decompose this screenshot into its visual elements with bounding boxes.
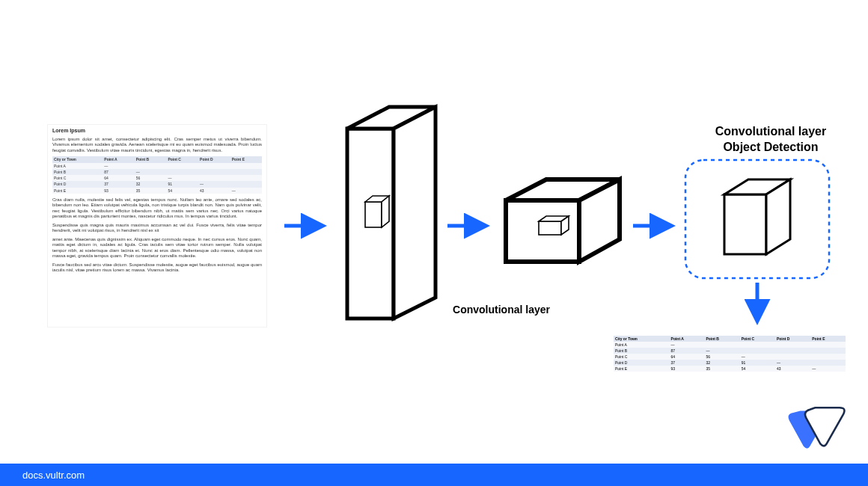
td	[810, 342, 846, 348]
td: Point D	[52, 181, 103, 187]
td	[775, 348, 810, 354]
label-line-2: Object Detection	[723, 141, 818, 153]
td: —	[670, 342, 705, 348]
input-document: Lorem Ipsum Lorem ipsum dolor sit amet, …	[48, 125, 266, 327]
doc-table: City or Town Point A Point B Point C Poi…	[52, 156, 262, 194]
td: —	[103, 163, 134, 169]
td: Point C	[52, 175, 103, 181]
cuboid-large	[347, 107, 435, 319]
th: Point A	[103, 156, 134, 162]
td	[775, 354, 810, 360]
output-table: City or Town Point A Point B Point C Poi…	[614, 336, 846, 372]
th: Point A	[670, 336, 705, 342]
svg-rect-4	[724, 194, 766, 254]
cuboid-small	[724, 179, 790, 254]
td	[810, 348, 846, 354]
doc-table-body: Point A—Point B87—Point C6456—Point D373…	[52, 163, 262, 194]
td: 91	[166, 181, 198, 187]
td: 54	[166, 188, 198, 194]
td	[810, 360, 846, 366]
doc-title: Lorem Ipsum	[52, 128, 262, 135]
doc-para-3: Suspendisse quis magna quis mauris maxim…	[52, 223, 262, 234]
td: —	[704, 348, 739, 354]
td	[740, 348, 775, 354]
td	[198, 169, 230, 175]
svg-rect-2	[506, 200, 579, 262]
detection-container	[685, 160, 829, 278]
td: 37	[103, 181, 134, 187]
svg-rect-3	[539, 221, 561, 235]
td: 43	[775, 366, 810, 372]
td: 43	[198, 188, 230, 194]
td	[704, 342, 739, 348]
th: Point D	[198, 156, 230, 162]
td	[166, 169, 198, 175]
td	[198, 163, 230, 169]
td	[740, 342, 775, 348]
td	[135, 163, 167, 169]
td: 35	[704, 366, 739, 372]
cuboid-medium	[506, 179, 620, 262]
th: Point D	[775, 336, 810, 342]
doc-para-1: Lorem ipsum dolor sit amet, consectetur …	[52, 137, 262, 154]
output-table-body: Point A—Point B87—Point C6456—Point D373…	[614, 342, 846, 372]
th: Point E	[230, 156, 262, 162]
output-table-wrap: City or Town Point A Point B Point C Poi…	[614, 333, 846, 375]
td: 37	[670, 360, 705, 366]
td	[775, 342, 810, 348]
label-line-1: Convolutional layer	[715, 125, 826, 138]
td: —	[740, 354, 775, 360]
td: 54	[740, 366, 775, 372]
td: 64	[670, 354, 705, 360]
svg-rect-0	[347, 129, 394, 319]
td: Point B	[52, 169, 103, 175]
th: City or Town	[614, 336, 670, 342]
td	[198, 175, 230, 181]
td: 91	[740, 360, 775, 366]
td: 35	[135, 188, 167, 194]
td: 93	[670, 366, 705, 372]
td	[230, 163, 262, 169]
th: City or Town	[52, 156, 103, 162]
td: Point A	[614, 342, 670, 348]
td: 64	[103, 175, 134, 181]
th: Point B	[704, 336, 739, 342]
td: 56	[704, 354, 739, 360]
doc-para-4: amet ante. Maecenas quis dignissim ex. A…	[52, 237, 262, 259]
doc-para-5: Fusce faucibus sed arcu vitae dictum. Su…	[52, 262, 262, 274]
td: —	[775, 360, 810, 366]
th: Point C	[166, 156, 198, 162]
td	[166, 163, 198, 169]
td: Point C	[614, 354, 670, 360]
td: Point B	[614, 348, 670, 354]
footer-bar: docs.vultr.com	[0, 464, 868, 486]
td: —	[198, 181, 230, 187]
th: Point C	[740, 336, 775, 342]
td: Point A	[52, 163, 103, 169]
label-object-detection: Convolutional layer Object Detection	[688, 124, 853, 156]
td: —	[230, 188, 262, 194]
vultr-logo-icon	[784, 401, 849, 453]
td: Point D	[614, 360, 670, 366]
td: —	[166, 175, 198, 181]
label-convolutional-layer: Convolutional layer	[419, 304, 584, 316]
svg-rect-1	[365, 202, 382, 227]
td	[230, 169, 262, 175]
td: —	[135, 169, 167, 175]
td: 87	[103, 169, 134, 175]
td: —	[810, 366, 846, 372]
th: Point B	[135, 156, 167, 162]
td: Point E	[52, 188, 103, 194]
td: 93	[103, 188, 134, 194]
td: 87	[670, 348, 705, 354]
td	[810, 354, 846, 360]
footer-text: docs.vultr.com	[22, 470, 85, 481]
td: 56	[135, 175, 167, 181]
td: 32	[704, 360, 739, 366]
td: 32	[135, 181, 167, 187]
td	[230, 181, 262, 187]
doc-para-2: Cras diam nulla, molestie sed felis vel,…	[52, 197, 262, 220]
td: Point E	[614, 366, 670, 372]
td	[230, 175, 262, 181]
th: Point E	[810, 336, 846, 342]
